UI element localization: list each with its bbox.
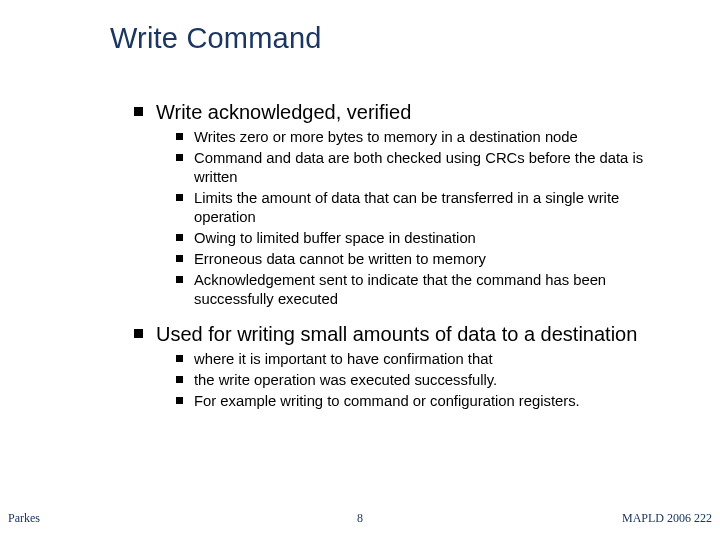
footer-page-number: 8 [0, 511, 720, 526]
sub-bullet-item: where it is important to have confirmati… [172, 350, 675, 369]
bullet-text: Write acknowledged, verified [156, 101, 411, 123]
sub-bullet-item: Acknowledgement sent to indicate that th… [172, 271, 675, 309]
sub-bullet-item: Command and data are both checked using … [172, 149, 675, 187]
sub-bullet-item: Erroneous data cannot be written to memo… [172, 250, 675, 269]
footer-conference: MAPLD 2006 222 [622, 511, 712, 526]
sub-bullet-item: Owing to limited buffer space in destina… [172, 229, 675, 248]
slide-body: Write acknowledged, verified Writes zero… [130, 100, 675, 490]
sub-bullet-item: For example writing to command or config… [172, 392, 675, 411]
sub-bullet-list: Writes zero or more bytes to memory in a… [156, 128, 675, 308]
sub-bullet-item: Limits the amount of data that can be tr… [172, 189, 675, 227]
bullet-item: Used for writing small amounts of data t… [130, 322, 675, 411]
slide-title: Write Command [110, 22, 680, 55]
bullet-item: Write acknowledged, verified Writes zero… [130, 100, 675, 308]
bullet-text: Used for writing small amounts of data t… [156, 323, 637, 345]
sub-bullet-item: Writes zero or more bytes to memory in a… [172, 128, 675, 147]
bullet-list: Write acknowledged, verified Writes zero… [130, 100, 675, 411]
slide: Write Command Write acknowledged, verifi… [0, 0, 720, 540]
sub-bullet-list: where it is important to have confirmati… [156, 350, 675, 411]
sub-bullet-item: the write operation was executed success… [172, 371, 675, 390]
